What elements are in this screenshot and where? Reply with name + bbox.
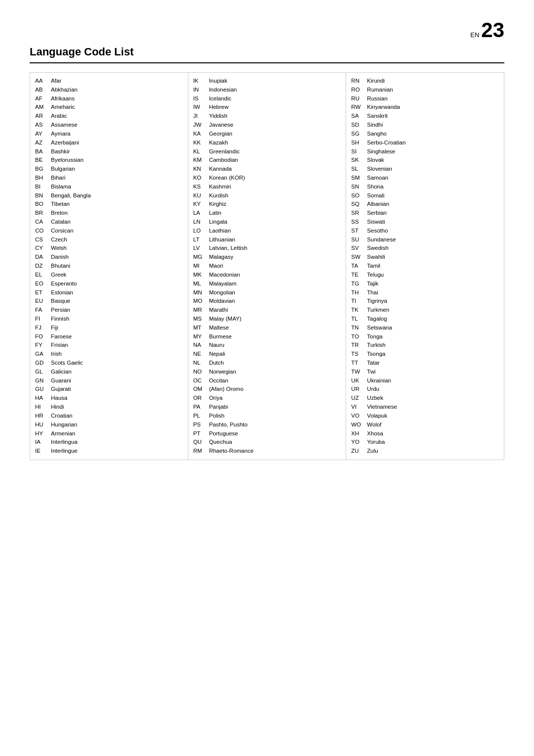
- lang-code: EL: [35, 271, 51, 280]
- lang-name: Tsonga: [367, 350, 385, 359]
- lang-name: Basque: [51, 297, 70, 306]
- lang-code: ST: [351, 227, 367, 236]
- lang-row: MSMalay (MAY): [193, 315, 341, 324]
- lang-name: Tamil: [367, 262, 380, 271]
- lang-name: Tagalog: [367, 315, 387, 324]
- lang-code: AM: [35, 103, 51, 112]
- lang-row: SUSundanese: [351, 236, 499, 244]
- lang-name: Greenlandic: [209, 147, 240, 156]
- lang-code: TH: [351, 288, 367, 297]
- lang-row: MLMalayalam: [193, 280, 341, 288]
- lang-name: Dutch: [209, 359, 224, 368]
- lang-name: Tonga: [367, 332, 382, 341]
- lang-row: BOTibetan: [35, 200, 183, 209]
- lang-name: Corsican: [51, 227, 73, 236]
- lang-code: JI: [193, 112, 209, 121]
- lang-name: Hausa: [51, 394, 67, 403]
- lang-name: Occitan: [209, 377, 228, 385]
- lang-row: MTMaltese: [193, 324, 341, 332]
- lang-name: Albanian: [367, 200, 389, 209]
- lang-code: IS: [193, 94, 209, 103]
- lang-code: TL: [351, 315, 367, 324]
- lang-code: SR: [351, 209, 367, 218]
- lang-name: Byelorussian: [51, 156, 84, 165]
- lang-name: Shona: [367, 183, 383, 191]
- lang-code: UR: [351, 385, 367, 394]
- lang-name: Panjabi: [209, 403, 228, 412]
- lang-row: KNKannada: [193, 165, 341, 174]
- lang-name: Korean (KOR): [209, 174, 245, 183]
- lang-code: AR: [35, 112, 51, 121]
- lang-code: EO: [35, 280, 51, 288]
- lang-row: BNBengali, Bangla: [35, 191, 183, 200]
- lang-name: Tibetan: [51, 200, 70, 209]
- lang-code: LV: [193, 244, 209, 253]
- lang-row: MOMoldavian: [193, 297, 341, 306]
- lang-name: Azerbaijani: [51, 139, 79, 147]
- lang-row: KSKashmiri: [193, 183, 341, 191]
- lang-code: OC: [193, 377, 209, 385]
- lang-code: RN: [351, 77, 367, 86]
- lang-row: IAInterlingua: [35, 438, 183, 447]
- lang-row: TGTajik: [351, 280, 499, 288]
- lang-code: BI: [35, 183, 51, 191]
- language-column-3: RNKirundiRORumanianRURussianRWKinyarwand…: [346, 73, 504, 460]
- lang-row: SOSomali: [351, 191, 499, 200]
- lang-name: Mongolian: [209, 288, 235, 297]
- lang-row: AFAfrikaans: [35, 94, 183, 103]
- lang-code: ML: [193, 280, 209, 288]
- lang-name: Swahili: [367, 253, 385, 262]
- lang-row: ZUZulu: [351, 447, 499, 456]
- lang-code: SQ: [351, 200, 367, 209]
- lang-row: UKUkrainian: [351, 377, 499, 385]
- lang-code: HU: [35, 421, 51, 429]
- lang-row: HYArmenian: [35, 429, 183, 438]
- lang-code: SI: [351, 147, 367, 156]
- lang-code: PS: [193, 421, 209, 429]
- lang-name: Uzbek: [367, 394, 383, 403]
- lang-name: Latvian, Lettish: [209, 244, 247, 253]
- lang-name: Polish: [209, 412, 224, 421]
- lang-code: FJ: [35, 324, 51, 332]
- lang-name: Georgian: [209, 130, 232, 139]
- lang-code: BO: [35, 200, 51, 209]
- lang-row: LOLaothian: [193, 227, 341, 236]
- lang-code: PL: [193, 412, 209, 421]
- lang-row: KOKorean (KOR): [193, 174, 341, 183]
- lang-name: Telugu: [367, 271, 384, 280]
- lang-row: WOWolof: [351, 421, 499, 429]
- lang-code: TE: [351, 271, 367, 280]
- lang-name: Serbian: [367, 209, 387, 218]
- lang-code: SA: [351, 112, 367, 121]
- lang-code: GA: [35, 350, 51, 359]
- lang-code: ZU: [351, 447, 367, 456]
- lang-code: KU: [193, 191, 209, 200]
- lang-code: PA: [193, 403, 209, 412]
- lang-row: RURussian: [351, 94, 499, 103]
- lang-name: Setswana: [367, 324, 392, 332]
- lang-name: Thai: [367, 288, 378, 297]
- lang-name: Serbo-Croatian: [367, 139, 405, 147]
- lang-row: INIndonesian: [193, 86, 341, 94]
- lang-code: CY: [35, 244, 51, 253]
- lang-row: MRMarathi: [193, 306, 341, 315]
- lang-row: TWTwi: [351, 368, 499, 377]
- lang-name: Kirghiz: [209, 200, 226, 209]
- lang-code: TR: [351, 341, 367, 350]
- lang-code: SS: [351, 218, 367, 227]
- lang-code: AA: [35, 77, 51, 86]
- lang-row: FYFrisian: [35, 341, 183, 350]
- lang-code: LO: [193, 227, 209, 236]
- lang-row: ISIcelandic: [193, 94, 341, 103]
- lang-name: Siswati: [367, 218, 385, 227]
- lang-row: BEByelorussian: [35, 156, 183, 165]
- lang-code: IE: [35, 447, 51, 456]
- lang-row: FJFiji: [35, 324, 183, 332]
- lang-name: Assamese: [51, 121, 78, 130]
- lang-row: KKKazakh: [193, 139, 341, 147]
- lang-name: Norwegian: [209, 368, 236, 377]
- lang-name: Kashmiri: [209, 183, 231, 191]
- lang-row: XHXhosa: [351, 429, 499, 438]
- lang-code: MK: [193, 271, 209, 280]
- lang-row: ABAbkhazian: [35, 86, 183, 94]
